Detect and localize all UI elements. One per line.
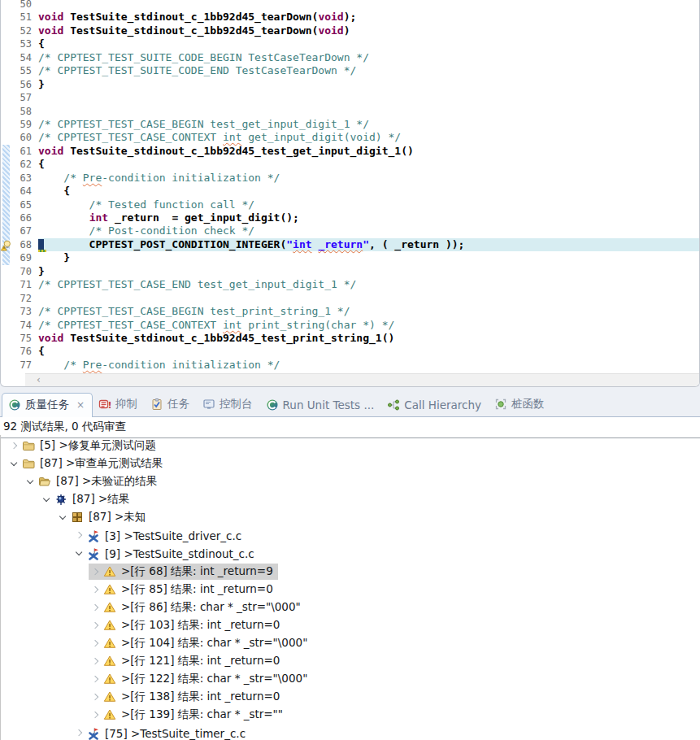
line-number[interactable]: 67 — [11, 224, 38, 237]
line-number[interactable]: 71 — [11, 278, 38, 291]
tree-row-content[interactable]: [87] >审查单元测试结果 — [7, 455, 167, 472]
chevron-down-icon[interactable] — [7, 463, 20, 465]
line-number[interactable]: 59 — [11, 118, 38, 131]
code-line[interactable]: 51void TestSuite_stdinout_c_1bb92d45_tea… — [1, 11, 699, 24]
tree-row[interactable]: >[行 138] 结果: int _return=0 — [1, 688, 700, 706]
code-text[interactable]: void TestSuite_stdinout_c_1bb92d45_tearD… — [38, 11, 699, 24]
tab-Run Unit Tests ...[interactable]: Run Unit Tests ... — [260, 394, 382, 416]
tree-row[interactable]: >[行 122] 结果: char * _str="\000" — [1, 670, 700, 688]
tree-row-content[interactable]: [75] >TestSuite_timer_c.c — [72, 725, 250, 740]
tree-row[interactable]: >[行 104] 结果: char * _str="\000" — [1, 634, 700, 652]
code-line[interactable]: 65 /* Tested function call */ — [1, 198, 699, 211]
code-line[interactable]: 66 int _return = get_input_digit(); — [1, 211, 699, 224]
code-line[interactable]: 73/* CPPTEST_TEST_CASE_BEGIN test_print_… — [1, 305, 699, 318]
code-lines[interactable]: 5051void TestSuite_stdinout_c_1bb92d45_t… — [1, 0, 699, 372]
code-line[interactable]: 57 — [1, 91, 699, 104]
chevron-down-icon[interactable] — [72, 552, 85, 555]
code-text[interactable]: /* CPPTEST_TEST_CASE_CONTEXT int get_inp… — [38, 131, 699, 144]
chevron-down-icon[interactable] — [40, 498, 53, 501]
code-line[interactable]: 52void TestSuite_stdinout_c_1bb92d45_tea… — [1, 24, 699, 37]
line-number[interactable]: 61 — [11, 145, 38, 158]
code-text[interactable]: { — [38, 158, 699, 171]
code-text[interactable]: void TestSuite_stdinout_c_1bb92d45_test_… — [38, 332, 699, 345]
line-number[interactable]: 58 — [11, 105, 38, 118]
line-number[interactable]: 70 — [11, 265, 38, 278]
tree-row-content[interactable]: >[行 104] 结果: char * _str="\000" — [89, 635, 312, 651]
code-line[interactable]: 58 — [1, 105, 699, 118]
line-number[interactable]: 66 — [11, 211, 38, 224]
tree-row-content[interactable]: [5] >修复单元测试问题 — [7, 437, 161, 454]
code-text[interactable]: { — [38, 185, 699, 198]
line-number[interactable]: 72 — [11, 292, 38, 305]
tree-row[interactable]: [87] >结果 — [1, 490, 700, 508]
code-text[interactable]: /* Pre-condition initialization */ — [38, 359, 699, 372]
panel-tab-bar[interactable]: 质量任务×!抑制任务控制台Run Unit Tests ...Call Hier… — [2, 392, 700, 416]
code-line[interactable]: 61void TestSuite_stdinout_c_1bb92d45_tes… — [1, 145, 699, 158]
code-text[interactable] — [38, 91, 699, 104]
chevron-right-icon[interactable] — [89, 641, 102, 646]
line-number[interactable]: 51 — [11, 11, 38, 24]
tree-row-content[interactable]: >[行 85] 结果: int _return=0 — [89, 581, 278, 598]
code-text[interactable]: /* Pre-condition initialization */ — [38, 172, 699, 185]
tree-row[interactable]: >[行 68] 结果: int _return=9 — [1, 563, 700, 581]
tree-row[interactable]: [9] >TestSuite_stdinout_c.c — [1, 545, 700, 563]
tree-row-content[interactable]: [87] >结果 — [40, 491, 134, 507]
tab-控制台[interactable]: 控制台 — [197, 393, 260, 416]
tree-row-content[interactable]: [87] >未验证的结果 — [24, 473, 162, 490]
chevron-right-icon[interactable] — [89, 587, 102, 592]
code-text[interactable]: /* CPPTEST_TEST_CASE_BEGIN test_get_inpu… — [38, 118, 699, 131]
line-number[interactable]: 76 — [11, 345, 38, 358]
code-text[interactable]: } — [38, 78, 699, 91]
code-line[interactable]: 76{ — [1, 345, 699, 358]
tab-质量任务[interactable]: 质量任务× — [2, 393, 93, 417]
code-text[interactable]: /* Tested function call */ — [38, 198, 699, 211]
code-line[interactable]: 55/* CPPTEST_TEST_SUITE_CODE_END TestCas… — [1, 64, 699, 77]
code-line[interactable]: 69 } — [1, 251, 699, 264]
chevron-right-icon[interactable] — [72, 730, 85, 735]
tree-row[interactable]: >[行 121] 结果: int _return=0 — [1, 652, 700, 670]
chevron-right-icon[interactable] — [89, 605, 102, 610]
line-number[interactable]: 57 — [11, 91, 38, 104]
tree-row-content[interactable]: >[行 86] 结果: char * _str="\000" — [89, 599, 306, 616]
code-text[interactable] — [38, 292, 699, 305]
code-text[interactable]: } — [38, 265, 699, 278]
code-text[interactable]: /* CPPTEST_TEST_CASE_BEGIN test_print_st… — [38, 305, 699, 318]
tree-row-content[interactable]: >[行 138] 结果: int _return=0 — [89, 689, 285, 705]
code-line[interactable]: 71/* CPPTEST_TEST_CASE_END test_get_inpu… — [1, 278, 699, 291]
code-line[interactable]: 59/* CPPTEST_TEST_CASE_BEGIN test_get_in… — [1, 118, 699, 131]
code-editor[interactable]: 5051void TestSuite_stdinout_c_1bb92d45_t… — [0, 0, 700, 387]
code-text[interactable]: /* CPPTEST_TEST_SUITE_CODE_BEGIN TestCas… — [38, 51, 699, 64]
tree-row-content[interactable]: [3] >TestSuite_driver_c.c — [72, 528, 246, 544]
code-line[interactable]: 70} — [1, 265, 699, 278]
code-text[interactable]: int _return = get_input_digit(); — [38, 211, 699, 224]
code-text[interactable] — [38, 0, 699, 11]
scroll-left-icon[interactable]: ‹ — [37, 374, 41, 385]
tree-row[interactable]: >[行 85] 结果: int _return=0 — [1, 581, 700, 599]
tree-row-content[interactable]: >[行 103] 结果: int _return=0 — [89, 617, 285, 633]
line-number[interactable]: 56 — [11, 78, 38, 91]
chevron-right-icon[interactable] — [7, 443, 20, 448]
chevron-right-icon[interactable] — [89, 659, 102, 664]
chevron-right-icon[interactable] — [89, 677, 102, 681]
code-text[interactable]: CPPTEST_POST_CONDITION_INTEGER("int _ret… — [38, 238, 699, 251]
tree-row-content[interactable]: >[行 122] 结果: char * _str="\000" — [89, 671, 312, 687]
code-text[interactable]: /* CPPTEST_TEST_SUITE_CODE_END TestCaseT… — [38, 64, 699, 77]
horizontal-scrollbar[interactable]: ‹ — [25, 373, 699, 386]
code-line[interactable]: 75void TestSuite_stdinout_c_1bb92d45_tes… — [1, 332, 699, 345]
code-text[interactable]: /* CPPTEST_TEST_CASE_END test_get_input_… — [38, 278, 699, 291]
line-number[interactable]: 75 — [11, 332, 38, 345]
tree-row[interactable]: [3] >TestSuite_driver_c.c — [1, 526, 700, 544]
tree-row[interactable]: [87] >审查单元测试结果 — [1, 455, 700, 472]
tree-row[interactable]: [87] >未验证的结果 — [1, 472, 700, 490]
code-line[interactable]: 63 /* Pre-condition initialization */ — [1, 172, 699, 185]
code-line[interactable]: 50 — [1, 0, 699, 11]
bulb-warning-icon[interactable] — [1, 239, 12, 250]
line-number[interactable]: 60 — [11, 131, 38, 144]
line-number[interactable]: 55 — [11, 64, 38, 77]
line-number[interactable]: 63 — [11, 172, 38, 185]
code-text[interactable]: { — [38, 345, 699, 358]
line-number[interactable]: 73 — [11, 305, 38, 318]
close-icon[interactable]: × — [76, 399, 85, 411]
code-line[interactable]: 74/* CPPTEST_TEST_CASE_CONTEXT int print… — [1, 319, 699, 332]
line-number[interactable]: 74 — [11, 319, 38, 332]
